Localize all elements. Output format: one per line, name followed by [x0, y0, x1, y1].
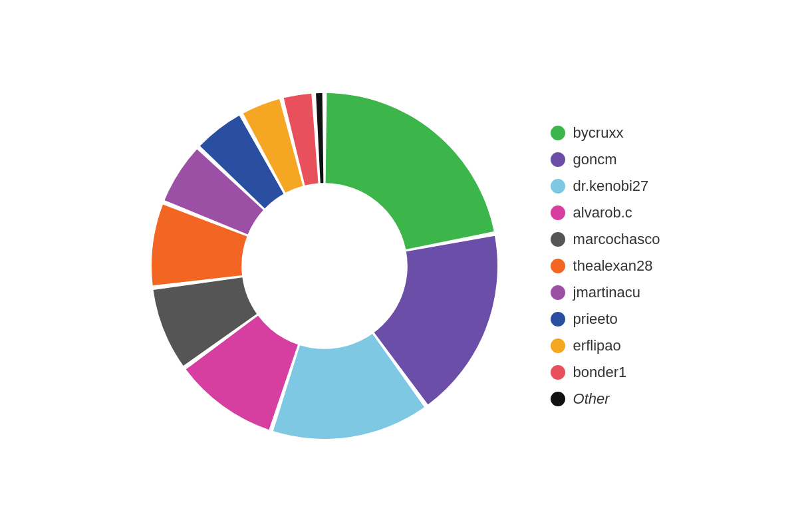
- legend-dot-bycruxx: [551, 126, 565, 140]
- legend-dot-thealexan28: [551, 259, 565, 273]
- legend-label-bycruxx: bycruxx: [573, 124, 624, 142]
- legend-dot-Other: [551, 392, 565, 406]
- legend-label-bonder1: bonder1: [573, 364, 627, 381]
- legend-label-jmartinacu: jmartinacu: [573, 284, 640, 301]
- legend-item-alvarob.c: alvarob.c: [551, 204, 660, 221]
- legend-label-Other: Other: [573, 390, 610, 408]
- chart-legend: bycruxxgoncmdr.kenobi27alvarob.cmarcocha…: [551, 124, 660, 408]
- legend-item-prieeto: prieeto: [551, 311, 660, 328]
- donut-chart: [138, 80, 511, 452]
- legend-label-goncm: goncm: [573, 151, 617, 168]
- legend-item-dr.kenobi27: dr.kenobi27: [551, 178, 660, 195]
- legend-dot-bonder1: [551, 365, 565, 380]
- legend-label-marcochasco: marcochasco: [573, 231, 660, 248]
- legend-item-thealexan28: thealexan28: [551, 257, 660, 275]
- legend-label-erflipao: erflipao: [573, 337, 621, 354]
- legend-label-thealexan28: thealexan28: [573, 257, 653, 275]
- legend-label-alvarob.c: alvarob.c: [573, 204, 632, 221]
- chart-container: bycruxxgoncmdr.kenobi27alvarob.cmarcocha…: [138, 80, 660, 452]
- legend-label-dr.kenobi27: dr.kenobi27: [573, 178, 649, 195]
- legend-item-jmartinacu: jmartinacu: [551, 284, 660, 301]
- legend-dot-erflipao: [551, 338, 565, 353]
- legend-dot-jmartinacu: [551, 285, 565, 300]
- legend-item-bycruxx: bycruxx: [551, 124, 660, 142]
- segment-bycruxx: [325, 93, 493, 249]
- legend-item-goncm: goncm: [551, 151, 660, 168]
- legend-dot-marcochasco: [551, 232, 565, 247]
- legend-label-prieeto: prieeto: [573, 311, 618, 328]
- legend-dot-alvarob.c: [551, 205, 565, 220]
- legend-item-Other: Other: [551, 390, 660, 408]
- legend-item-bonder1: bonder1: [551, 364, 660, 381]
- legend-item-erflipao: erflipao: [551, 337, 660, 354]
- legend-dot-prieeto: [551, 312, 565, 327]
- legend-dot-dr.kenobi27: [551, 179, 565, 194]
- legend-dot-goncm: [551, 152, 565, 167]
- legend-item-marcochasco: marcochasco: [551, 231, 660, 248]
